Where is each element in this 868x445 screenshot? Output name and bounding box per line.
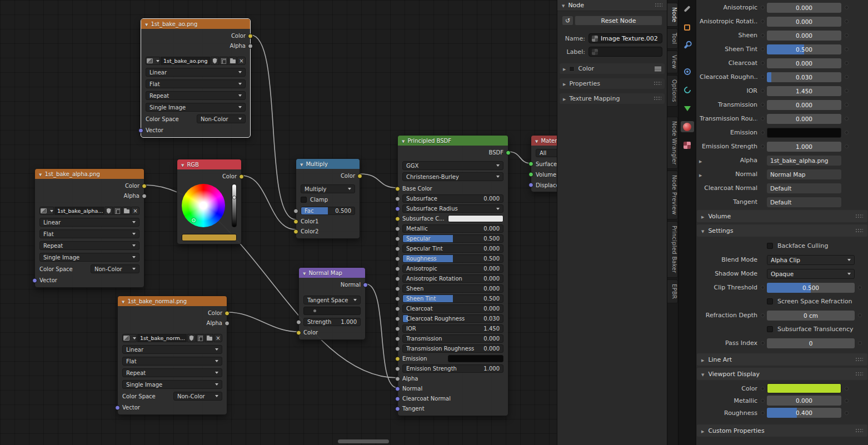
input-socket[interactable] — [395, 246, 400, 251]
tab-physics[interactable] — [681, 66, 694, 77]
image-name-field[interactable]: 1st_bake_ao.png — [161, 57, 210, 65]
input-socket[interactable] — [528, 172, 533, 177]
decorator-dot[interactable] — [845, 89, 849, 93]
color-section-header[interactable]: Color — [560, 63, 665, 74]
input-socket[interactable] — [32, 278, 37, 283]
node-header[interactable]: RGB — [177, 159, 241, 169]
value-slider[interactable]: IOR 1.450 — [402, 324, 503, 333]
unlink-button[interactable]: × — [214, 334, 222, 342]
dropdown[interactable]: Flat — [122, 357, 222, 366]
drag-grip-icon[interactable] — [855, 372, 863, 377]
value-slider[interactable]: 1.450 — [767, 86, 841, 96]
dropdown[interactable]: GGX — [402, 161, 503, 170]
bsdf-row[interactable]: Transmission Roughness Transmission Roug… — [402, 344, 503, 353]
node-panel-header[interactable]: Node — [557, 0, 667, 11]
value-slider[interactable]: 0.030 — [767, 72, 841, 82]
value-slider[interactable]: 0.000 — [767, 17, 841, 27]
input-socket[interactable] — [395, 196, 400, 201]
input-socket[interactable] — [293, 208, 298, 213]
input-socket[interactable] — [395, 186, 400, 191]
input-socket[interactable] — [528, 183, 533, 188]
open-file-button[interactable] — [205, 334, 213, 342]
animate-dot[interactable] — [761, 131, 765, 134]
input-socket[interactable] — [395, 396, 400, 401]
target-dropdown[interactable]: All — [536, 149, 557, 157]
collapse-arrow-icon[interactable] — [563, 65, 566, 72]
image-texture-node[interactable]: 1st_bake_normal.png Color Alpha — [117, 296, 227, 415]
color-swatch[interactable] — [569, 66, 575, 72]
menu-icon[interactable] — [655, 66, 661, 72]
link-field[interactable]: Default — [767, 197, 841, 207]
image-texture-node[interactable]: 1st_bake_alpha.png Color Alpha — [34, 168, 144, 288]
value-slider[interactable]: Sheen Tint 0.500 — [402, 294, 503, 303]
dropdown[interactable]: Linear — [146, 68, 246, 77]
uv-map-field[interactable] — [303, 307, 361, 315]
drag-grip-icon[interactable] — [655, 3, 662, 8]
node-header[interactable]: Normal Map — [299, 268, 365, 278]
decorator-dot[interactable] — [845, 103, 849, 107]
sidebar-tab[interactable]: Node Preview — [667, 171, 678, 219]
collapse-arrow-icon[interactable] — [303, 270, 306, 276]
input-socket[interactable] — [395, 336, 400, 341]
dropdown[interactable]: Linear — [39, 218, 139, 227]
drag-grip-icon[interactable] — [855, 357, 863, 362]
node-header[interactable]: 1st_bake_ao.png — [141, 19, 250, 29]
input-socket[interactable] — [296, 330, 301, 335]
link-field[interactable]: Default — [767, 183, 841, 193]
value-slider[interactable]: 0.000 — [767, 396, 841, 406]
bsdf-row[interactable]: Emission Emission Emission — [402, 354, 503, 363]
animate-dot[interactable] — [761, 387, 765, 391]
dropdown[interactable]: Flat — [146, 79, 246, 88]
reset-node-button[interactable]: Reset Node — [575, 16, 662, 26]
collapse-arrow-icon[interactable] — [701, 213, 704, 220]
value-slider-handle[interactable] — [232, 196, 236, 199]
principled-bsdf-node[interactable]: Principled BSDF BSDF BSDF BSDF — [397, 135, 508, 416]
decorator-dot[interactable] — [845, 61, 849, 65]
node-header[interactable]: 1st_bake_normal.png — [118, 296, 227, 306]
value-slider[interactable]: 0.400 — [767, 408, 841, 418]
collapse-arrow-icon[interactable] — [535, 138, 538, 144]
input-socket[interactable] — [395, 386, 400, 391]
decorator-dot[interactable] — [845, 47, 849, 51]
dropdown[interactable]: Single Image — [39, 253, 139, 262]
sidebar-tab[interactable]: EPBR — [667, 279, 678, 303]
animate-dot[interactable] — [761, 117, 765, 121]
tab-modifiers[interactable] — [681, 40, 694, 51]
bsdf-row[interactable]: Clearcoat Roughness Clearcoat Roughness … — [402, 314, 503, 323]
sidebar-tab[interactable]: Node — [667, 3, 678, 27]
decorator-dot[interactable] — [845, 399, 849, 403]
collapse-arrow-icon[interactable] — [562, 2, 565, 9]
value-slider[interactable]: Metallic 0.000 — [402, 224, 503, 233]
fake-user-button[interactable] — [211, 57, 219, 65]
decorator-dot[interactable] — [858, 313, 862, 317]
input-socket[interactable] — [395, 226, 400, 231]
image-browse-button[interactable] — [146, 57, 160, 65]
animate-dot[interactable] — [761, 144, 765, 148]
output-socket[interactable] — [248, 43, 253, 48]
checkbox[interactable] — [767, 326, 773, 332]
animate-dot[interactable] — [761, 61, 765, 65]
tab-texture[interactable] — [681, 139, 694, 151]
bsdf-row[interactable]: BSDF BSDF BSDF — [402, 148, 503, 157]
color-swatch[interactable] — [448, 355, 503, 362]
value-slider[interactable]: Specular Tint 0.000 — [402, 244, 503, 253]
color-swatch[interactable] — [767, 383, 841, 393]
bsdf-row[interactable]: Metallic Metallic Metallic 0.000 — [402, 224, 503, 233]
settings-panel-header[interactable]: Settings — [697, 224, 867, 237]
custom-properties-panel-header[interactable]: Custom Properties — [697, 424, 867, 437]
dropdown[interactable]: Subsurface Radius — [402, 204, 503, 213]
output-socket[interactable] — [248, 33, 253, 38]
animate-dot[interactable] — [761, 411, 765, 415]
bsdf-row[interactable]: Tangent Tangent Tangent — [402, 404, 503, 413]
value-slider[interactable]: Transmission 0.000 — [402, 334, 503, 343]
input-socket[interactable] — [395, 256, 400, 261]
strength-slider[interactable]: Strength 1.000 — [303, 318, 361, 326]
animate-dot[interactable] — [761, 6, 765, 9]
fac-slider[interactable]: Fac 0.500 — [301, 207, 355, 215]
drag-grip-icon[interactable] — [855, 228, 863, 233]
input-socket[interactable] — [395, 206, 400, 211]
color-space-dropdown[interactable]: Non-Color — [91, 264, 139, 273]
value-slider[interactable]: 0.000 — [767, 31, 841, 41]
node-header[interactable]: 1st_bake_alpha.png — [35, 169, 144, 179]
decorator-dot[interactable] — [845, 387, 849, 391]
